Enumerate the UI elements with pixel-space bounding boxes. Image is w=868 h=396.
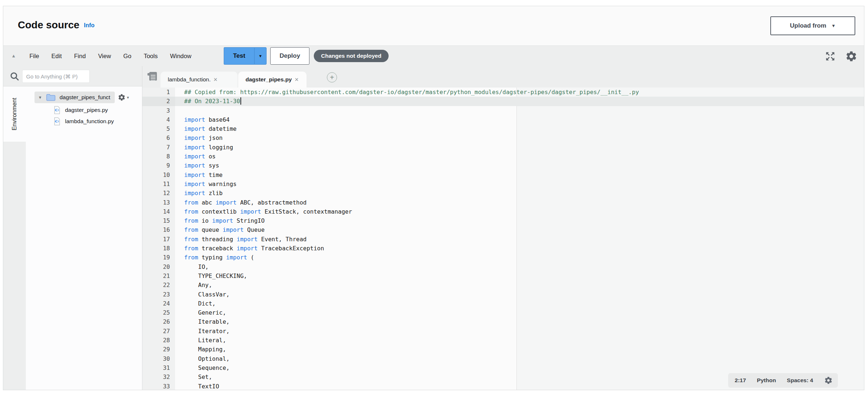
code-line[interactable] <box>175 106 864 115</box>
gear-icon <box>118 93 126 101</box>
menu-item-go[interactable]: Go <box>123 53 131 60</box>
line-number: 24 <box>142 299 175 308</box>
folder-label: dagster_pipes_funct <box>60 94 110 101</box>
close-icon[interactable]: × <box>295 76 299 83</box>
settings-gear-icon[interactable] <box>845 50 857 62</box>
line-number: 28 <box>142 336 175 345</box>
language-mode[interactable]: Python <box>757 377 776 384</box>
code-line[interactable]: Any, <box>175 280 864 290</box>
tree-file-item[interactable]: dagster_pipes.py <box>53 106 142 114</box>
line-number: 7 <box>142 143 175 152</box>
upload-from-label: Upload from <box>790 22 826 29</box>
go-to-anything-input[interactable] <box>22 70 90 83</box>
code-line[interactable]: Dict, <box>175 299 864 308</box>
folder-icon <box>46 93 56 101</box>
code-line[interactable]: import sys <box>175 161 864 170</box>
deploy-button[interactable]: Deploy <box>270 47 309 65</box>
code-line[interactable]: Iterable, <box>175 317 864 326</box>
cursor-position[interactable]: 2:17 <box>735 377 746 384</box>
editor-status-bar: 2:17 Python Spaces: 4 <box>728 373 838 388</box>
folder-expand-icon[interactable]: ▼ <box>38 95 42 100</box>
folder-settings-button[interactable]: ▾ <box>118 93 129 101</box>
menu-item-file[interactable]: File <box>29 53 39 60</box>
code-line[interactable]: Literal, <box>175 336 864 345</box>
code-line[interactable]: import zlib <box>175 189 864 198</box>
code-line[interactable]: import time <box>175 170 864 179</box>
menu-item-window[interactable]: Window <box>170 53 191 60</box>
search-icon[interactable] <box>9 71 20 83</box>
python-file-icon <box>53 117 61 126</box>
line-number: 31 <box>142 363 175 372</box>
code-line[interactable]: Iterator, <box>175 327 864 336</box>
tab-label: dagster_pipes.py <box>246 76 292 83</box>
tab-list-icon[interactable] <box>147 72 157 81</box>
code-line[interactable]: import warnings <box>175 179 864 189</box>
menu-item-edit[interactable]: Edit <box>52 53 62 60</box>
info-link[interactable]: Info <box>84 22 94 29</box>
code-line[interactable]: from abc import ABC, abstractmethod <box>175 198 864 207</box>
code-line[interactable]: TYPE_CHECKING, <box>175 271 864 280</box>
line-number: 21 <box>142 271 175 280</box>
line-number: 5 <box>142 124 175 133</box>
file-label: dagster_pipes.py <box>65 107 108 113</box>
folder-item[interactable]: ▼ dagster_pipes_funct <box>35 92 115 103</box>
code-source-panel: Code source Info Upload from ▼ ▲ FileEdi… <box>3 6 864 390</box>
code-editor[interactable]: 1234567891011121314151617181920212223242… <box>142 88 864 390</box>
line-number: 22 <box>142 280 175 290</box>
test-split-button: Test ▼ <box>224 47 267 65</box>
line-number: 2 <box>142 97 175 106</box>
code-line[interactable]: from io import StringIO <box>175 216 864 225</box>
text-cursor <box>240 97 241 105</box>
code-line[interactable]: from traceback import TracebackException <box>175 244 864 253</box>
code-line[interactable]: from typing import ( <box>175 253 864 262</box>
chevron-down-icon: ▾ <box>127 95 129 100</box>
line-number: 4 <box>142 115 175 124</box>
test-button[interactable]: Test <box>224 47 254 65</box>
tab-dagster-pipes[interactable]: dagster_pipes.py × <box>238 72 307 88</box>
code-line[interactable]: Sequence, <box>175 363 864 372</box>
indent-setting[interactable]: Spaces: 4 <box>787 377 813 384</box>
menu-items: FileEditFindViewGoToolsWindow <box>29 46 191 66</box>
line-number: 33 <box>142 382 175 390</box>
tree-file-item[interactable]: lambda_function.py <box>53 117 142 126</box>
line-number: 26 <box>142 317 175 326</box>
menu-item-find[interactable]: Find <box>74 53 86 60</box>
chevron-down-icon: ▼ <box>259 54 263 58</box>
lambda-code-editor: Code source Info Upload from ▼ ▲ FileEdi… <box>0 0 868 396</box>
code-line[interactable]: Optional, <box>175 354 864 363</box>
code-lines[interactable]: ## Copied from: https://raw.githubuserco… <box>175 88 864 390</box>
collapse-panel-icon[interactable]: ▲ <box>11 53 16 58</box>
code-line[interactable]: import logging <box>175 143 864 152</box>
environment-tab[interactable]: Environment <box>3 86 26 142</box>
line-number: 3 <box>142 106 175 115</box>
code-line[interactable]: import datetime <box>175 124 864 133</box>
editor-pane: lambda_function. × dagster_pipes.py × + … <box>142 66 864 390</box>
search-row <box>3 66 142 86</box>
code-line[interactable]: ClassVar, <box>175 290 864 299</box>
code-line[interactable]: from contextlib import ExitStack, contex… <box>175 207 864 216</box>
code-line[interactable]: import os <box>175 152 864 161</box>
upload-from-button[interactable]: Upload from ▼ <box>770 16 855 35</box>
line-number: 32 <box>142 372 175 381</box>
add-tab-button[interactable]: + <box>327 72 337 82</box>
left-panel: Environment ▼ dagster_pipes_funct <box>3 66 142 390</box>
code-line[interactable]: import json <box>175 133 864 142</box>
code-line[interactable]: Mapping, <box>175 345 864 354</box>
code-line[interactable]: from threading import Event, Thread <box>175 235 864 244</box>
tab-lambda-function[interactable]: lambda_function. × <box>161 72 238 88</box>
menu-item-view[interactable]: View <box>98 53 111 60</box>
code-line[interactable]: Generic, <box>175 308 864 317</box>
code-line[interactable]: from queue import Queue <box>175 225 864 234</box>
line-number: 8 <box>142 152 175 161</box>
test-dropdown-button[interactable]: ▼ <box>254 47 267 65</box>
close-icon[interactable]: × <box>214 76 218 83</box>
editor-settings-gear-icon[interactable] <box>824 376 833 385</box>
code-line[interactable]: ## On 2023-11-30 <box>175 97 864 106</box>
line-number: 16 <box>142 225 175 234</box>
fullscreen-icon[interactable] <box>825 51 836 62</box>
code-line[interactable]: ## Copied from: https://raw.githubuserco… <box>175 88 864 97</box>
menu-item-tools[interactable]: Tools <box>144 53 158 60</box>
code-line[interactable]: import base64 <box>175 115 864 124</box>
line-number: 18 <box>142 244 175 253</box>
code-line[interactable]: IO, <box>175 262 864 271</box>
